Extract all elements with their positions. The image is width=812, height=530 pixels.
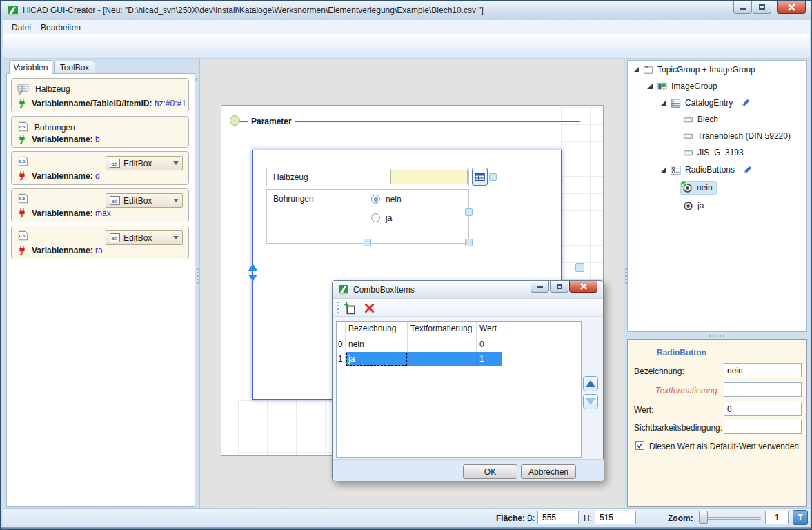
bezeichnung-label: Bezeichnung: <box>634 366 684 376</box>
expander-icon[interactable] <box>633 67 639 72</box>
halbzeug-input[interactable] <box>390 170 468 184</box>
column-header[interactable]: Bezeichnung <box>346 322 408 337</box>
sichtbarkeit-input[interactable] <box>724 420 802 434</box>
variable-card-bohrungen[interactable]: Bohrungen Variablenname: b <box>11 116 189 148</box>
zoom-slider[interactable] <box>699 517 761 520</box>
tree-item-nein-selected[interactable]: nein <box>682 180 717 195</box>
expander-icon[interactable] <box>661 167 666 173</box>
radio-ja[interactable] <box>371 213 380 222</box>
field-icon <box>683 148 693 158</box>
resize-arrows-icon[interactable] <box>247 263 259 282</box>
widget-type-combobox[interactable]: ab EditBox <box>106 193 183 208</box>
move-down-button[interactable] <box>583 394 598 409</box>
zoom-slider-thumb[interactable] <box>699 511 708 524</box>
cell-bezeichnung-focused[interactable]: ja <box>346 352 408 366</box>
plug-red-icon <box>17 208 27 218</box>
tree-item-ja[interactable]: ja <box>683 198 704 213</box>
cell-textformatierung[interactable] <box>408 352 477 366</box>
tab-variablen[interactable]: Variablen <box>9 60 52 74</box>
field-icon <box>683 131 693 141</box>
tree-item-jis[interactable]: JIS_G_3193 <box>683 145 744 160</box>
cell-bezeichnung[interactable]: nein <box>346 337 408 352</box>
ok-button[interactable]: OK <box>463 464 517 479</box>
card-title: Bohrungen <box>34 123 75 132</box>
left-splitter-grip[interactable] <box>197 268 199 286</box>
tree-item-traenenblech[interactable]: Tränenblech (DIN 59220) <box>683 128 791 144</box>
selection-handle[interactable] <box>575 263 584 272</box>
widget-type-combobox[interactable]: ab EditBox <box>106 156 183 170</box>
dialog-title: ComboBoxItems <box>353 285 415 295</box>
number-field-icon <box>17 230 29 242</box>
tree-item-blech[interactable]: Blech <box>683 112 718 127</box>
test-button[interactable]: T <box>793 510 808 525</box>
flaeche-b-input[interactable] <box>537 511 579 524</box>
tree-item-topicgroup[interactable]: TopicGroup + ImageGroup <box>633 62 755 77</box>
cancel-button[interactable]: Abbrechen <box>521 464 576 479</box>
variable-card-max[interactable]: ab EditBox Variablenname: max <box>11 188 189 222</box>
editbox-icon: ab <box>110 196 120 205</box>
cell-textformatierung[interactable] <box>408 337 477 352</box>
tab-toolbox[interactable]: ToolBox <box>54 61 95 74</box>
column-header[interactable]: Wert <box>477 322 502 337</box>
default-value-checkbox[interactable] <box>635 441 644 450</box>
bohrungen-row[interactable]: Bohrungen nein ja <box>266 189 469 244</box>
radio-ja-label: ja <box>386 213 392 223</box>
maximize-button[interactable] <box>753 1 771 14</box>
flaeche-label: Fläche: <box>496 513 525 523</box>
variable-card-d[interactable]: ab EditBox Variablenname: d <box>11 151 189 185</box>
dialog-toolbar <box>333 299 603 317</box>
edit-pencil-icon[interactable] <box>741 98 751 108</box>
group-anchor-handle[interactable] <box>230 115 240 126</box>
minimize-button[interactable] <box>733 1 752 14</box>
wert-input[interactable] <box>724 402 802 416</box>
variable-card-ra[interactable]: ab EditBox Variablenname: ra <box>11 226 189 259</box>
imagegroup-icon <box>657 81 667 92</box>
move-up-button[interactable] <box>583 376 598 391</box>
variables-panel: Halbzeug Variablenname/TableID/ItemID: h… <box>6 73 195 507</box>
catalog-browse-button[interactable] <box>472 168 488 186</box>
plug-green-icon <box>17 134 27 144</box>
table-row-selected[interactable]: 1 ja 1 <box>337 352 581 366</box>
table-row[interactable]: 0 nein 0 <box>337 337 581 352</box>
dialog-restore-button[interactable] <box>550 281 568 293</box>
selection-handle[interactable] <box>489 173 497 181</box>
close-button[interactable] <box>777 1 806 14</box>
tree-props-splitter-grip[interactable] <box>709 335 726 337</box>
halbzeug-row[interactable]: Halbzeug <box>266 168 469 186</box>
variable-card-halbzeug[interactable]: Halbzeug Variablenname/TableID/ItemID: h… <box>11 78 189 112</box>
tree-item-catalogentry[interactable]: CatalogEntry <box>661 95 751 110</box>
menu-datei[interactable]: Datei <box>8 22 35 33</box>
bohrungen-label: Bohrungen <box>273 194 314 204</box>
properties-title: RadioButton <box>657 348 706 357</box>
tree-item-radiobuttons[interactable]: RadioButtons <box>661 162 753 177</box>
dialog-close-button[interactable] <box>569 281 597 293</box>
window-title: HiCAD GUI-Creator - [Neu: "D:\hicad_svn\… <box>23 6 484 15</box>
edit-pencil-icon[interactable] <box>743 165 753 175</box>
bezeichnung-input[interactable] <box>724 363 802 377</box>
add-icon <box>344 302 357 315</box>
dialog-minimize-button[interactable] <box>531 281 549 293</box>
plug-red-icon <box>17 170 27 181</box>
expander-icon[interactable] <box>661 100 666 106</box>
selection-handle[interactable] <box>465 208 473 216</box>
svg-text:ab: ab <box>111 235 117 242</box>
plug-red-icon <box>17 245 27 255</box>
tree-item-imagegroup[interactable]: ImageGroup <box>647 79 717 94</box>
selection-handle[interactable] <box>364 239 371 246</box>
column-header[interactable]: Textformatierung <box>408 322 477 337</box>
radio-nein[interactable] <box>371 195 380 204</box>
cell-wert[interactable]: 1 <box>477 352 502 366</box>
delete-row-button[interactable] <box>362 301 376 315</box>
widget-type-combobox[interactable]: ab EditBox <box>106 230 183 245</box>
textformatierung-input[interactable] <box>724 382 802 397</box>
zoom-value-input[interactable] <box>765 511 789 524</box>
window-bottom-edge <box>1 527 812 530</box>
expander-icon[interactable] <box>647 84 653 89</box>
menu-bearbeiten[interactable]: Bearbeiten <box>37 22 85 33</box>
items-table: Bezeichnung Textformatierung Wert 0 nein… <box>336 321 582 458</box>
field-icon <box>683 115 693 125</box>
add-row-button[interactable] <box>343 301 357 315</box>
cell-wert[interactable]: 0 <box>477 337 502 352</box>
flaeche-h-input[interactable] <box>595 511 636 524</box>
selection-handle[interactable] <box>465 239 473 246</box>
